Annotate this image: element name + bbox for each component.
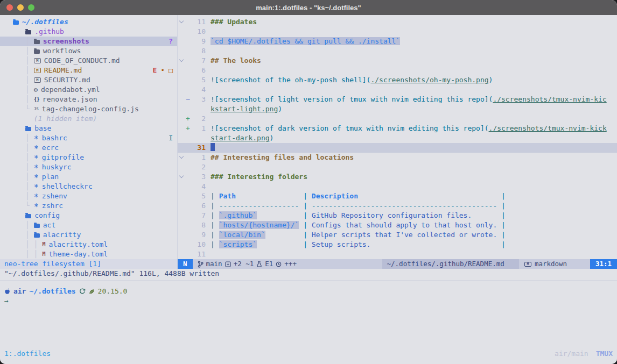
tree-item-zshrc[interactable]: └ *zshrc — [0, 201, 177, 211]
badge-info: I — [169, 133, 173, 143]
indent-guide: └ — [4, 201, 34, 211]
fold-chevron-icon[interactable] — [178, 153, 185, 162]
fold-chevron-icon[interactable] — [178, 56, 185, 66]
fold-chevron-icon[interactable] — [178, 17, 185, 27]
editor-line[interactable]: ~3![screenshot of light version of tmux … — [178, 95, 617, 104]
tree-item-alacritty[interactable]: │ alacritty — [0, 230, 177, 240]
git-sign — [185, 85, 191, 95]
indent-guide: │ │ — [4, 240, 42, 249]
tree-item-bashrc[interactable]: │ *bashrcI — [0, 133, 177, 143]
indent-guide: │ — [4, 46, 34, 56]
tree-item-workflows[interactable]: │ workflows — [0, 46, 177, 56]
tree-item-label: plan — [42, 172, 59, 182]
editor-pane[interactable]: 11### Updates109`cd $HOME/.dotfiles && g… — [178, 15, 617, 269]
folder-icon — [13, 20, 19, 25]
editor-line[interactable]: +2 — [178, 114, 617, 124]
line-number: 11 — [191, 249, 206, 259]
titlebar[interactable]: main:1:.dotfiles - "ks~/.dotfiles" — [0, 0, 617, 15]
md-icon: M — [34, 68, 41, 73]
editor-line[interactable]: 1## Interesting files and locations — [178, 153, 617, 162]
editor-line[interactable]: 5![screenshot of the oh-my-posh shell](.… — [178, 75, 617, 85]
editor-line[interactable]: start-dark.png) — [178, 133, 617, 143]
filetype-label: markdown — [535, 259, 567, 269]
editor-line[interactable]: 9| `local/bin` | Helper scripts that I'v… — [178, 230, 617, 240]
fold-column — [178, 249, 185, 259]
editor-line[interactable]: +1![screenshot of dark version of tmux w… — [178, 124, 617, 133]
editor-line[interactable]: 6| ------------------- | ---------------… — [178, 201, 617, 211]
tree-item-act[interactable]: │ act — [0, 220, 177, 230]
tree-item-shellcheckrc[interactable]: │ *shellcheckrc — [0, 182, 177, 191]
fold-chevron-icon[interactable] — [178, 172, 185, 182]
editor-line[interactable]: 11### Updates — [178, 17, 617, 27]
editor-line[interactable]: 10| `scripts` | Setup scripts. | — [178, 240, 617, 249]
tree-item-ecrc[interactable]: │ *ecrc — [0, 143, 177, 153]
tree-item-tag-changelog-config-js[interactable]: └ JStag-changelog-config.js — [0, 104, 177, 114]
editor-line[interactable]: 9`cd $HOME/.dotfiles && git pull && ./in… — [178, 37, 617, 46]
tree-item-gitprofile[interactable]: │ *gitprofile — [0, 153, 177, 162]
statusline: N main +2 ~1 E1 +++ — [178, 259, 617, 269]
cursor-block — [211, 143, 215, 151]
star-icon: * — [34, 146, 39, 152]
editor-line[interactable]: 8 — [178, 46, 617, 56]
tree-item-badges: ? — [169, 37, 173, 46]
neo-tree-panel[interactable]: ~/.dotfiles .github │ screenshots? │ wor… — [0, 15, 178, 269]
editor-line[interactable]: 3### Interesting folders — [178, 172, 617, 182]
editor-line[interactable]: 5| Path | Description | — [178, 191, 617, 201]
gear-icon: ⚙ — [34, 85, 38, 95]
editor-line[interactable]: 2 — [178, 162, 617, 172]
editor-line[interactable]: 10 — [178, 27, 617, 37]
tree-item-huskyrc[interactable]: │ *huskyrc — [0, 162, 177, 172]
editor-line[interactable]: kstart-light.png) — [178, 104, 617, 114]
indent-guide: │ — [4, 220, 34, 230]
git-sign: + — [185, 114, 191, 124]
editor-line[interactable]: 7| `.github` | GitHub Repository configu… — [178, 211, 617, 220]
tree-item-code-of-conduct-md[interactable]: │ MCODE_OF_CONDUCT.md — [0, 56, 177, 66]
line-text: | `.github` | GitHub Repository configur… — [211, 211, 506, 220]
tree-item-label: base — [34, 124, 51, 133]
tree-item-readme-md[interactable]: │ MREADME.mdE•□ — [0, 66, 177, 75]
tree-item-label: alacritty.toml — [48, 240, 108, 249]
fold-column — [178, 220, 185, 230]
tree-item--dotfiles[interactable]: ~/.dotfiles — [0, 17, 177, 27]
editor-line[interactable]: 8| `hosts/{hostname}/` | Configs that sh… — [178, 220, 617, 230]
indent-guide: │ │ — [4, 249, 42, 259]
line-number: 10 — [191, 27, 206, 37]
fold-column — [178, 124, 185, 133]
editor-line-current[interactable]: 31 — [178, 143, 617, 153]
editor-line[interactable]: 11 — [178, 249, 617, 259]
editor-buffer[interactable]: 11### Updates109`cd $HOME/.dotfiles && g… — [178, 15, 617, 259]
shell-pane[interactable]: air ~/.dotfiles 20.15.0 → — [0, 283, 617, 348]
tree-item-config[interactable]: config — [0, 211, 177, 220]
file-path: ~/.dotfiles/.github/README.md — [382, 259, 519, 269]
indent-guide: └ — [4, 104, 34, 114]
line-text: | `scripts` | Setup scripts. | — [211, 240, 506, 249]
editor-line[interactable]: 4 — [178, 85, 617, 95]
tree-item-renovate-json[interactable]: │ {}renovate.json — [0, 95, 177, 104]
indent-guide: │ — [4, 133, 34, 143]
tree-item-security-md[interactable]: │ MSECURITY.md — [0, 75, 177, 85]
editor-line[interactable]: 6 — [178, 66, 617, 75]
tmux-session-tab[interactable]: 1:.dotfiles — [4, 349, 51, 358]
fold-column — [178, 230, 185, 240]
tree-item-base[interactable]: base — [0, 124, 177, 133]
line-number: 3 — [191, 95, 206, 104]
tree-item-badges: I — [169, 133, 173, 143]
editor-line[interactable]: 4 — [178, 182, 617, 191]
fold-column — [178, 182, 185, 191]
tree-item-label: act — [43, 220, 55, 230]
tree-item-alacritty-toml[interactable]: │ │ Malacritty.toml — [0, 240, 177, 249]
editor-line[interactable]: 7## The looks — [178, 56, 617, 66]
tree-item-plan[interactable]: │ *plan — [0, 172, 177, 182]
tree-item-label: workflows — [43, 46, 81, 56]
tree-item-theme-day-toml[interactable]: │ │ Mtheme-day.toml — [0, 249, 177, 259]
tree-item--github[interactable]: .github — [0, 27, 177, 37]
tmux-pane-border[interactable] — [0, 279, 617, 283]
tree-item-screenshots[interactable]: │ screenshots? — [0, 37, 177, 46]
tree-item--1-hidden-item-[interactable]: (1 hidden item) — [0, 114, 177, 124]
tree-item-zshenv[interactable]: │ *zshenv — [0, 191, 177, 201]
line-number — [191, 104, 206, 114]
tree-item-dependabot-yml[interactable]: │ ⚙dependabot.yml — [0, 85, 177, 95]
line-text: ## Interesting files and locations — [211, 153, 354, 162]
line-number: 8 — [191, 46, 206, 56]
git-sign: ~ — [185, 95, 191, 104]
